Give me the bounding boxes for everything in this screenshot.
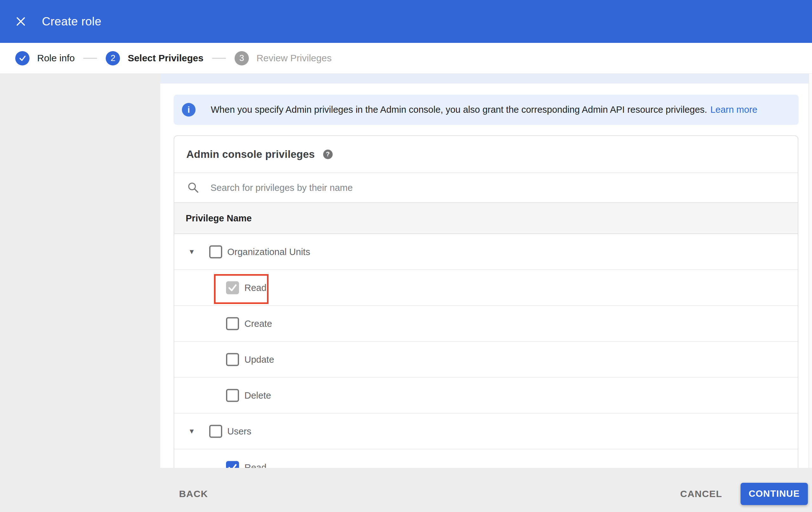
- table-row: Read: [174, 450, 798, 468]
- table-row: Update: [174, 342, 798, 378]
- privilege-label: Delete: [244, 390, 271, 401]
- back-button[interactable]: BACK: [177, 488, 210, 500]
- privilege-label: Organizational Units: [227, 246, 310, 257]
- search-icon: [187, 181, 200, 194]
- table-row: ▼ Users: [174, 413, 798, 450]
- dialog-body: i When you specify Admin privileges in t…: [0, 74, 812, 468]
- help-icon[interactable]: ?: [323, 150, 333, 159]
- card-title-row: Admin console privileges ?: [174, 136, 798, 172]
- privilege-label: Read: [244, 462, 266, 468]
- checkbox-read-users[interactable]: [226, 461, 239, 468]
- checkbox-organizational-units[interactable]: [209, 245, 222, 258]
- step-select-privileges[interactable]: 2 Select Privileges: [106, 51, 203, 65]
- column-header-label: Privilege Name: [186, 213, 252, 224]
- content-area: i When you specify Admin privileges in t…: [160, 74, 812, 468]
- step-number: 3: [235, 51, 249, 65]
- checkbox-create[interactable]: [226, 317, 239, 330]
- checkbox-users[interactable]: [209, 425, 222, 438]
- search-row: [174, 172, 798, 202]
- step-number: 2: [106, 51, 120, 65]
- privilege-label: Update: [244, 354, 274, 365]
- info-icon: i: [182, 103, 196, 116]
- banner-text: When you specify Admin privileges in the…: [211, 105, 757, 115]
- checkbox-read-disabled[interactable]: [226, 281, 239, 294]
- privilege-label: Read: [244, 282, 266, 293]
- page-title: Create role: [42, 15, 101, 28]
- step-done-check-icon: [15, 51, 30, 65]
- close-icon[interactable]: [16, 17, 25, 26]
- info-banner: i When you specify Admin privileges in t…: [174, 95, 799, 125]
- collapse-triangle-icon[interactable]: ▼: [187, 427, 197, 435]
- table-row: ▼ Organizational Units: [174, 234, 798, 270]
- stepper: Role info 2 Select Privileges 3 Review P…: [0, 43, 812, 74]
- create-role-dialog: Create role Role info 2 Select Privilege…: [0, 0, 812, 512]
- table-row: Create: [174, 306, 798, 342]
- collapse-triangle-icon[interactable]: ▼: [187, 248, 197, 256]
- table-column-header: Privilege Name: [174, 202, 798, 234]
- scrolled-element-remnant: [160, 74, 809, 84]
- step-label: Role info: [37, 53, 75, 63]
- step-connector: [83, 58, 97, 59]
- step-role-info[interactable]: Role info: [15, 51, 75, 65]
- table-row: Read: [174, 270, 798, 306]
- learn-more-link[interactable]: Learn more: [710, 105, 757, 115]
- card-title: Admin console privileges: [186, 148, 315, 160]
- check-icon: [226, 281, 239, 294]
- continue-button[interactable]: CONTINUE: [741, 483, 808, 505]
- dialog-footer: BACK CANCEL CONTINUE: [0, 468, 812, 512]
- privilege-label: Create: [244, 318, 272, 329]
- dialog-header: Create role: [0, 0, 812, 43]
- step-label: Select Privileges: [127, 53, 203, 63]
- check-icon: [226, 461, 239, 468]
- table-row: Delete: [174, 378, 798, 413]
- checkbox-delete[interactable]: [226, 389, 239, 402]
- checkbox-update[interactable]: [226, 353, 239, 366]
- banner-message: When you specify Admin privileges in the…: [211, 105, 707, 115]
- close-x-glyph: [16, 17, 25, 26]
- step-connector: [212, 58, 226, 59]
- step-review-privileges[interactable]: 3 Review Privileges: [235, 51, 332, 65]
- step-label: Review Privileges: [257, 53, 332, 63]
- left-gutter-panel: [0, 74, 160, 468]
- search-input[interactable]: [210, 182, 687, 193]
- privilege-label: Users: [227, 426, 252, 436]
- scrollbar[interactable]: [809, 74, 812, 468]
- cancel-button[interactable]: CANCEL: [678, 488, 724, 500]
- privileges-card: Admin console privileges ? Privilege Nam…: [174, 135, 799, 468]
